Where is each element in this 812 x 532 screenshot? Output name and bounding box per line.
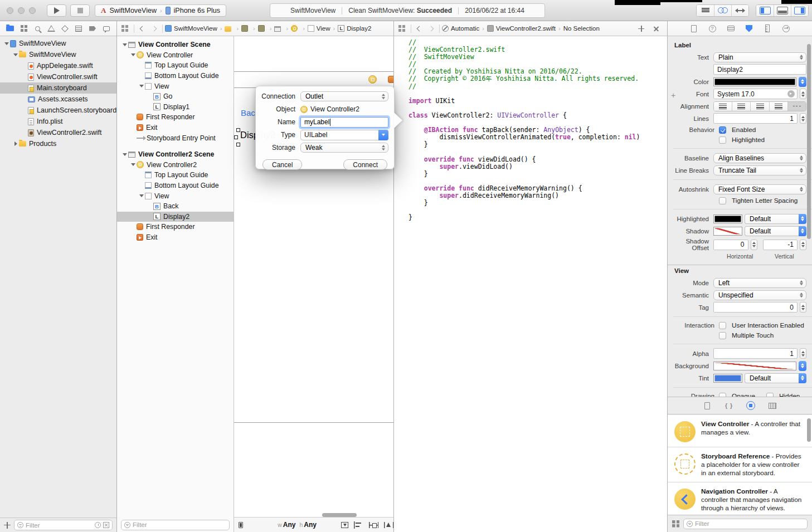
- connect-button[interactable]: Connect: [343, 159, 387, 170]
- forward-chevron-icon[interactable]: [152, 26, 157, 31]
- alpha-stepper[interactable]: [800, 348, 806, 359]
- linebreaks-popup[interactable]: Truncate Tail: [713, 165, 806, 175]
- type-combobox[interactable]: UILabel: [300, 130, 388, 140]
- disclosure-right-icon[interactable]: [12, 141, 19, 146]
- object-library-tab[interactable]: [746, 401, 755, 410]
- align-center-segment[interactable]: [732, 102, 750, 111]
- semantic-popup[interactable]: Unspecified: [713, 290, 806, 300]
- enabled-checkbox[interactable]: [719, 126, 726, 134]
- outline-item-view[interactable]: View: [117, 191, 234, 201]
- navigator-item-launchscreen-storyboard[interactable]: LaunchScreen.storyboard: [0, 105, 116, 116]
- outline-item-view[interactable]: View: [117, 81, 234, 91]
- size-class-control[interactable]: w Any h Any: [278, 521, 317, 529]
- pane-divider[interactable]: [116, 21, 117, 532]
- resolve-autolayout-button[interactable]: [384, 521, 393, 529]
- file-inspector-tab[interactable]: [689, 24, 698, 33]
- lines-field[interactable]: 1: [713, 113, 798, 124]
- selection-handle[interactable]: [236, 128, 240, 132]
- disclosure-down-icon[interactable]: [130, 53, 137, 56]
- shadow-color-well[interactable]: [713, 227, 742, 236]
- disclosure-down-icon[interactable]: [121, 43, 128, 46]
- navigator-item-swiftmoveview[interactable]: SwiftMoveView: [0, 38, 116, 49]
- breadcrumb-item-swiftmoveview[interactable]: SwiftMoveView: [165, 25, 217, 32]
- navigator-item-viewcontroller2-swift[interactable]: ViewController2.swift: [0, 127, 116, 138]
- breadcrumb-item-automatic[interactable]: Automatic: [442, 25, 479, 32]
- unsaved-files-icon[interactable]: [103, 522, 109, 528]
- tag-stepper[interactable]: [800, 302, 806, 313]
- text-color-well[interactable]: [713, 77, 796, 86]
- standard-editor-button[interactable]: [697, 5, 714, 16]
- align-justify-segment[interactable]: [769, 102, 787, 111]
- outline-item-exit[interactable]: Exit: [117, 123, 234, 133]
- cancel-button[interactable]: Cancel: [262, 159, 302, 170]
- inspector-scrollbar[interactable]: [807, 44, 811, 239]
- add-file-button[interactable]: [4, 522, 11, 529]
- forward-chevron-icon[interactable]: [429, 26, 434, 31]
- navigator-item-products[interactable]: Products: [0, 138, 116, 149]
- tint-popup[interactable]: Default: [745, 373, 799, 383]
- breadcrumb-item[interactable]: [258, 25, 267, 32]
- breadcrumb-item-display2[interactable]: LDisplay2: [338, 25, 371, 32]
- align-natural-segment[interactable]: [787, 102, 806, 111]
- test-navigator-tab[interactable]: [60, 24, 71, 33]
- navigator-item-viewcontroller-swift[interactable]: ViewController.swift: [0, 71, 116, 82]
- close-editor-button[interactable]: [653, 26, 659, 32]
- user-interaction-checkbox[interactable]: [719, 322, 726, 329]
- library-item-view-controller[interactable]: View Controller - A controller that mana…: [668, 415, 812, 447]
- connections-inspector-tab[interactable]: [781, 24, 790, 33]
- lines-stepper[interactable]: [800, 113, 806, 124]
- media-library-tab[interactable]: [768, 401, 777, 410]
- stop-button[interactable]: [70, 4, 90, 17]
- background-color-stepper[interactable]: [799, 361, 806, 371]
- font-picker-icon[interactable]: [787, 90, 795, 97]
- horizontal-scrollbar[interactable]: [322, 513, 357, 517]
- add-variation-button[interactable]: +: [671, 92, 678, 99]
- library-filter-field[interactable]: Filter: [683, 519, 808, 529]
- hidden-checkbox[interactable]: [766, 393, 774, 397]
- align-left-segment[interactable]: [714, 102, 732, 111]
- back-chevron-icon[interactable]: [417, 26, 422, 31]
- toggle-navigator-button[interactable]: [756, 5, 774, 16]
- outline-item-display1[interactable]: LDisplay1: [117, 102, 234, 113]
- breadcrumb-item-viewcontroller2-swift[interactable]: ViewController2.swift: [487, 25, 556, 32]
- add-editor-button[interactable]: [638, 26, 644, 32]
- assistant-editor-button[interactable]: [714, 5, 731, 16]
- background-color-well[interactable]: [713, 362, 796, 370]
- navigator-filter-field[interactable]: Filter: [14, 520, 113, 530]
- disclosure-down-icon[interactable]: [130, 163, 137, 166]
- code-snippet-library-tab[interactable]: { }: [725, 401, 733, 410]
- breadcrumb-item-view[interactable]: View: [308, 25, 330, 32]
- navigator-item-main-storyboard[interactable]: Main.storyboard: [0, 82, 116, 94]
- report-navigator-tab[interactable]: [101, 24, 112, 33]
- symbol-navigator-tab[interactable]: [18, 24, 30, 33]
- color-stepper[interactable]: [799, 77, 806, 87]
- breadcrumb-item[interactable]: [241, 25, 250, 32]
- disclosure-down-icon[interactable]: [138, 85, 145, 87]
- scene2-view-controller-icon[interactable]: [368, 75, 377, 84]
- text-type-popup[interactable]: Plain: [713, 52, 806, 62]
- baseline-popup[interactable]: Align Baselines: [713, 153, 806, 163]
- outline-item-back[interactable]: BBack: [117, 201, 234, 212]
- disclosure-down-icon[interactable]: [121, 153, 128, 156]
- disclosure-down-icon[interactable]: [3, 42, 10, 45]
- pin-constraints-button[interactable]: [369, 521, 378, 529]
- breadcrumb-item[interactable]: [291, 25, 300, 32]
- selection-handle[interactable]: [234, 135, 238, 139]
- highlighted-color-stepper[interactable]: [799, 214, 806, 224]
- toggle-outline-button[interactable]: [239, 522, 243, 528]
- related-items-icon[interactable]: [121, 25, 128, 32]
- mode-popup[interactable]: Left: [713, 278, 806, 288]
- shadow-offset-h-stepper[interactable]: [751, 240, 757, 250]
- identity-inspector-tab[interactable]: [726, 24, 735, 33]
- multiple-touch-checkbox[interactable]: [719, 332, 726, 339]
- breadcrumb-item[interactable]: [225, 25, 234, 32]
- navigator-item-swiftmoveview[interactable]: SwiftMoveView: [0, 49, 116, 60]
- name-input[interactable]: myLabel: [300, 117, 388, 128]
- align-right-segment[interactable]: [750, 102, 769, 111]
- outline-item-top-layout-guide[interactable]: Top Layout Guide: [117, 170, 234, 180]
- shadow-color-stepper[interactable]: [799, 226, 806, 236]
- tag-field[interactable]: 0: [713, 302, 798, 313]
- outline-item-first-responder[interactable]: First Responder: [117, 112, 234, 123]
- breakpoint-navigator-tab[interactable]: [87, 24, 98, 33]
- outline-item-exit[interactable]: Exit: [117, 232, 234, 243]
